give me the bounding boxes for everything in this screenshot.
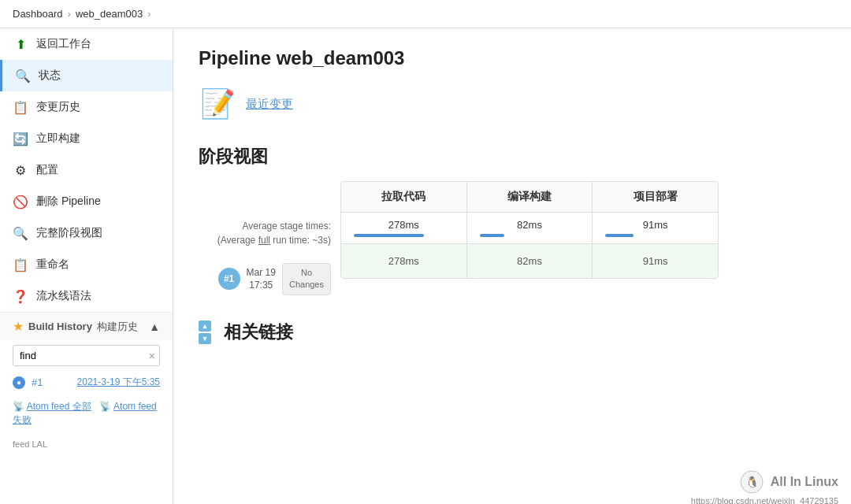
- atom-feeds: 📡 Atom feed 全部 📡 Atom feed 失败: [0, 394, 173, 433]
- star-icon: ★: [13, 319, 24, 334]
- breadcrumb-current: web_deam003: [76, 8, 143, 20]
- stage-left: Average stage times:(Average full run ti…: [199, 181, 340, 295]
- stage-avg-row: 278ms 82ms 91ms: [341, 213, 718, 244]
- pipeline-syntax-icon: ❓: [13, 288, 28, 304]
- arrow-up-button[interactable]: ▲: [199, 321, 211, 332]
- sidebar-item-rename[interactable]: 📋 重命名: [0, 249, 173, 280]
- atom-feed-all-link[interactable]: Atom feed 全部: [27, 401, 91, 412]
- build-link[interactable]: #1: [32, 376, 43, 388]
- sidebar-label-rename: 重命名: [36, 258, 69, 272]
- main-content: Pipeline web_deam003 📝 最近变更 阶段视图 Average…: [173, 28, 851, 504]
- build-history-toggle[interactable]: ▲: [149, 321, 160, 333]
- related-links-section: ▲ ▼ 相关链接: [199, 321, 826, 344]
- stage-avg-pull: 278ms: [341, 213, 467, 243]
- sidebar-label-config: 配置: [36, 163, 58, 177]
- sidebar-item-full-stage[interactable]: 🔍 完整阶段视图: [0, 217, 173, 249]
- notebook-icon: 📝: [199, 85, 236, 123]
- sidebar-item-status[interactable]: 🔍 状态: [0, 60, 173, 91]
- rename-icon: 📋: [13, 257, 28, 272]
- sidebar-item-pipeline-syntax[interactable]: ❓ 流水线语法: [0, 280, 173, 312]
- history-icon: 📋: [13, 99, 28, 115]
- back-icon: ⬆: [13, 36, 28, 52]
- watermark-url: https://blog.csdn.net/weixin_44729135: [691, 496, 838, 504]
- stage-header-deploy: 项目部署: [593, 182, 718, 212]
- arrow-down-button[interactable]: ▼: [199, 333, 211, 344]
- stage-data-row: 278ms 82ms 91ms: [341, 244, 718, 278]
- stage-data-deploy: 91ms: [593, 244, 718, 278]
- sidebar-label-back: 返回工作台: [36, 37, 91, 51]
- stage-avg-deploy: 91ms: [593, 213, 718, 243]
- feed-lal-label: feed LAL: [0, 433, 173, 455]
- sidebar: ⬆ 返回工作台 🔍 状态 📋 变更历史 🔄 立即构建 ⚙ 配置 🚫 删除 Pip…: [0, 28, 173, 504]
- build-row-left: #1 Mar 19 17:35 No Changes: [218, 263, 331, 295]
- avg-label: Average stage times:(Average full run ti…: [217, 219, 331, 247]
- sidebar-label-history: 变更历史: [36, 100, 80, 114]
- main-layout: ⬆ 返回工作台 🔍 状态 📋 变更历史 🔄 立即构建 ⚙ 配置 🚫 删除 Pip…: [0, 28, 851, 504]
- full-stage-icon: 🔍: [13, 225, 28, 241]
- delete-icon: 🚫: [13, 194, 28, 209]
- stage-bar-deploy: [605, 234, 633, 237]
- page-title: Pipeline web_deam003: [199, 47, 826, 69]
- sidebar-item-history[interactable]: 📋 变更历史: [0, 91, 173, 123]
- status-icon: 🔍: [15, 68, 31, 83]
- stage-view-title: 阶段视图: [199, 145, 826, 169]
- related-links-title: ▲ ▼ 相关链接: [199, 321, 826, 344]
- breadcrumb-home[interactable]: Dashboard: [13, 8, 63, 20]
- sidebar-item-back[interactable]: ⬆ 返回工作台: [0, 28, 173, 60]
- breadcrumb-sep2: ›: [147, 8, 151, 20]
- build-status-icon: ●: [13, 376, 25, 389]
- sidebar-label-pipeline-syntax: 流水线语法: [36, 289, 91, 303]
- recent-changes-section: 📝 最近变更: [199, 85, 826, 123]
- breadcrumb-sep1: ›: [68, 8, 71, 20]
- build-history-title: Build History: [28, 321, 92, 332]
- config-icon: ⚙: [13, 162, 28, 178]
- sidebar-label-delete: 删除 Pipeline: [36, 195, 101, 209]
- sidebar-item-delete[interactable]: 🚫 删除 Pipeline: [0, 186, 173, 217]
- build-list-item: ● #1 2021-3-19 下午5:35: [0, 371, 173, 394]
- sidebar-item-config[interactable]: ⚙ 配置: [0, 154, 173, 186]
- stage-bar-pull: [354, 234, 424, 237]
- stage-view-container: Average stage times:(Average full run ti…: [199, 181, 826, 295]
- sidebar-item-build[interactable]: 🔄 立即构建: [0, 123, 173, 154]
- search-input[interactable]: [13, 345, 160, 366]
- breadcrumb-bar: Dashboard › web_deam003 ›: [0, 0, 851, 28]
- recent-changes-link[interactable]: 最近变更: [246, 97, 293, 112]
- no-changes-box: No Changes: [282, 263, 331, 295]
- rss-icon-fail: 📡: [99, 401, 111, 412]
- build-history-label: 构建历史: [97, 320, 144, 334]
- sidebar-label-status: 状态: [39, 69, 61, 83]
- build-icon: 🔄: [13, 131, 28, 146]
- watermark: 🐧 All In Linux: [739, 469, 838, 495]
- stage-header-row: 拉取代码 编译构建 项目部署: [341, 182, 718, 213]
- watermark-text: All In Linux: [771, 475, 838, 489]
- search-clear-button[interactable]: ×: [149, 350, 155, 362]
- stage-table: 拉取代码 编译构建 项目部署 278ms 82ms 91ms: [340, 181, 719, 279]
- build-date[interactable]: 2021-3-19 下午5:35: [77, 376, 160, 389]
- search-box: ×: [0, 340, 173, 371]
- sidebar-label-build: 立即构建: [36, 132, 80, 146]
- stage-data-compile: 82ms: [467, 244, 593, 278]
- svg-text:🐧: 🐧: [745, 476, 759, 489]
- stage-data-pull: 278ms: [341, 244, 467, 278]
- rss-icon-all: 📡: [13, 401, 24, 412]
- sidebar-label-full-stage: 完整阶段视图: [36, 226, 102, 240]
- watermark-logo-icon: 🐧: [739, 469, 764, 495]
- build-badge: #1: [218, 268, 240, 290]
- build-info: Mar 19 17:35: [247, 266, 276, 293]
- build-history-header: ★ Build History 构建历史 ▲: [0, 312, 173, 340]
- stage-bar-compile: [480, 234, 505, 237]
- stage-header-compile: 编译构建: [467, 182, 593, 212]
- arrow-controls: ▲ ▼: [199, 321, 211, 344]
- stage-avg-compile: 82ms: [467, 213, 593, 243]
- stage-header-pull: 拉取代码: [341, 182, 467, 212]
